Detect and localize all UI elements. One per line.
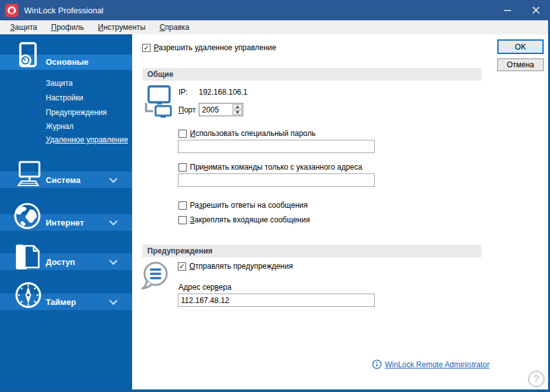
- titlebar: WinLock Professional: [0, 0, 550, 20]
- checkbox-box[interactable]: [178, 163, 187, 172]
- checkbox-box[interactable]: [142, 44, 151, 52]
- cancel-button[interactable]: Отмена: [497, 58, 544, 71]
- accept-address-checkbox[interactable]: Принимать команды только с указанного ад…: [178, 163, 362, 172]
- winlock-remote-administrator-link[interactable]: WinLock Remote Administrator: [385, 360, 490, 369]
- sidebar: Основные Защита Настройки Предупреждения…: [0, 34, 132, 389]
- sidebar-section-system-label: Система: [46, 175, 81, 185]
- close-icon: [532, 6, 540, 14]
- minimize-button[interactable]: [493, 0, 521, 20]
- ip-value: 192.168.106.1: [199, 88, 248, 97]
- menubar: Защита Профиль Инструменты Справка: [0, 20, 550, 34]
- sidebar-section-internet-label: Интернет: [46, 218, 84, 227]
- chevron-down-icon: [109, 297, 117, 305]
- sidebar-item-remote-control[interactable]: Удаленное управление: [46, 135, 128, 145]
- arrow-down-icon: [236, 111, 239, 114]
- special-password-input[interactable]: [178, 140, 375, 153]
- folder-document-icon: [15, 241, 41, 270]
- pin-messages-checkbox[interactable]: Закреплять входящие сообщения: [178, 215, 310, 224]
- port-spinner-down[interactable]: [232, 110, 242, 115]
- send-warnings-checkbox[interactable]: Отправлять предупреждения: [178, 262, 293, 271]
- footer-link-row: WinLock Remote Administrator: [372, 360, 490, 369]
- sidebar-item-protection[interactable]: Защита: [46, 79, 73, 88]
- sidebar-section-general-label: Основные: [46, 57, 88, 67]
- minimize-icon: [504, 6, 511, 14]
- window-title: WinLock Professional: [24, 6, 493, 15]
- arrow-up-icon: [236, 105, 239, 108]
- chevron-down-icon: [109, 217, 117, 226]
- port-spinner-up[interactable]: [232, 104, 242, 109]
- window-border-bottom: [0, 389, 550, 392]
- port-input[interactable]: [199, 104, 232, 116]
- menu-profile[interactable]: Профиль: [44, 20, 91, 34]
- monitor-icon: [17, 161, 41, 187]
- info-icon: [372, 360, 382, 369]
- help-icon[interactable]: ?: [528, 370, 545, 388]
- menu-protection[interactable]: Защита: [3, 20, 44, 34]
- special-password-checkbox[interactable]: Использовать специальный пароль: [178, 129, 316, 138]
- allow-remote-control-checkbox[interactable]: Разрешить удаленное управление: [142, 43, 276, 52]
- server-address-label: Адрес сервера: [178, 283, 231, 292]
- close-button[interactable]: [521, 0, 550, 20]
- accept-address-input[interactable]: [178, 173, 375, 187]
- ok-button[interactable]: OK: [497, 39, 544, 54]
- port-label: Порт: [178, 105, 196, 114]
- checkbox-box[interactable]: [178, 262, 186, 271]
- checkbox-box[interactable]: [178, 201, 187, 210]
- compass-icon: [14, 281, 43, 309]
- sidebar-item-warnings[interactable]: Предупреждения: [46, 108, 107, 118]
- network-computers-icon: [143, 85, 173, 118]
- group-header-general: Общие: [142, 68, 481, 81]
- port-spinner[interactable]: [199, 103, 243, 116]
- sidebar-item-settings[interactable]: Настройки: [46, 93, 83, 103]
- group-header-warnings: Предупреждения: [142, 245, 481, 257]
- chevron-down-icon: [109, 175, 117, 183]
- server-address-input[interactable]: [178, 294, 375, 307]
- globe-icon: [13, 202, 41, 230]
- remote-control-panel: Разрешить удаленное управление Общие IP:…: [132, 34, 548, 389]
- menu-tools[interactable]: Инструменты: [91, 20, 152, 34]
- sidebar-item-log[interactable]: Журнал: [46, 122, 74, 132]
- ip-label: IP:: [178, 88, 188, 97]
- sidebar-section-access-label: Доступ: [46, 257, 75, 267]
- speech-bubble-icon: [141, 260, 170, 291]
- sidebar-section-timer-label: Таймер: [46, 297, 76, 307]
- app-logo-icon: [5, 4, 18, 17]
- allow-replies-checkbox[interactable]: Разрешить ответы на сообщения: [178, 201, 308, 210]
- chevron-down-icon: [109, 257, 117, 265]
- checkbox-box[interactable]: [178, 216, 187, 224]
- checkbox-box[interactable]: [178, 130, 187, 138]
- vault-icon: [19, 42, 37, 69]
- menu-help[interactable]: Справка: [152, 20, 196, 34]
